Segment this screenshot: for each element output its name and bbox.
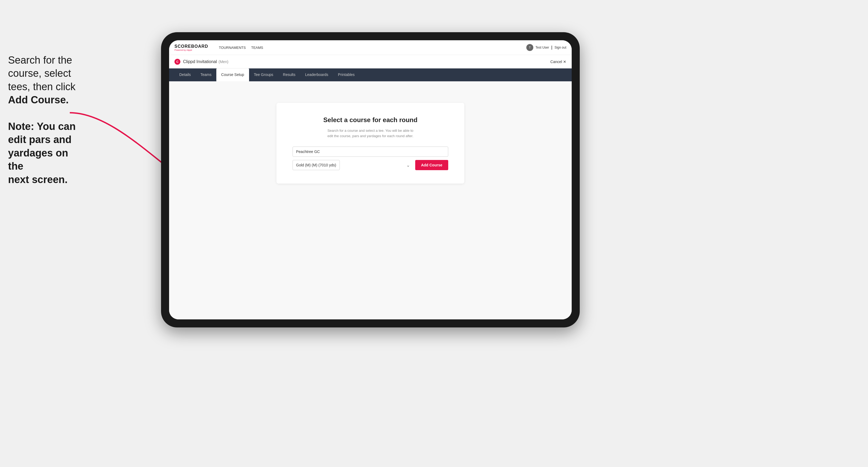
course-search-input[interactable] — [292, 147, 448, 157]
note-line1: Note: You can — [8, 120, 83, 133]
cancel-icon: ✕ — [563, 60, 566, 64]
logo: SCOREBOARD Powered by clippd — [175, 44, 208, 51]
main-content: Select a course for each round Search fo… — [169, 81, 572, 319]
tab-tee-groups[interactable]: Tee Groups — [249, 68, 278, 81]
tab-teams[interactable]: Teams — [196, 68, 216, 81]
tab-course-setup[interactable]: Course Setup — [216, 68, 249, 81]
tournament-gender: (Men) — [218, 60, 228, 64]
tabs-bar: Details Teams Course Setup Tee Groups Re… — [169, 68, 572, 81]
tee-select-wrapper: Gold (M) (M) (7010 yds) — [292, 160, 412, 170]
sign-out-link[interactable]: Sign out — [555, 45, 566, 50]
logo-text: SCOREBOARD — [175, 44, 208, 49]
card-title: Select a course for each round — [323, 116, 417, 124]
instruction-line2: course, select — [8, 67, 83, 80]
tee-select-row: Gold (M) (M) (7010 yds) Add Course — [292, 160, 448, 170]
instruction-line3: tees, then click — [8, 80, 83, 93]
add-course-button[interactable]: Add Course — [415, 160, 448, 170]
nav-tournaments[interactable]: TOURNAMENTS — [219, 45, 246, 50]
tab-leaderboards[interactable]: Leaderboards — [300, 68, 333, 81]
note-line3: yardages on the — [8, 147, 83, 173]
tab-results[interactable]: Results — [278, 68, 300, 81]
logo-sub: Powered by clippd — [175, 49, 208, 51]
tournament-icon-letter: C — [176, 60, 179, 63]
top-navbar: SCOREBOARD Powered by clippd TOURNAMENTS… — [169, 40, 572, 55]
tablet-screen: SCOREBOARD Powered by clippd TOURNAMENTS… — [169, 40, 572, 319]
note-line2: edit pars and — [8, 133, 83, 146]
user-avatar: T — [526, 44, 533, 51]
tablet-device: SCOREBOARD Powered by clippd TOURNAMENTS… — [161, 32, 580, 328]
user-name: Test User — [535, 45, 549, 50]
nav-teams[interactable]: TEAMS — [251, 45, 263, 50]
user-area: T Test User | Sign out — [526, 44, 566, 51]
card-subtitle: Search for a course and select a tee. Yo… — [325, 128, 416, 138]
instruction-line1: Search for the — [8, 54, 83, 67]
note-line4: next screen. — [8, 173, 83, 186]
nav-links: TOURNAMENTS TEAMS — [219, 45, 519, 50]
cancel-label: Cancel — [551, 60, 562, 64]
tournament-header: C Clippd Invitational (Men) Cancel ✕ — [169, 55, 572, 68]
separator: | — [551, 45, 552, 50]
tee-select[interactable]: Gold (M) (M) (7010 yds) — [292, 160, 340, 170]
course-setup-card: Select a course for each round Search fo… — [276, 103, 464, 184]
cancel-button[interactable]: Cancel ✕ — [551, 60, 566, 64]
tab-printables[interactable]: Printables — [333, 68, 360, 81]
instruction-line4: Add Course. — [8, 93, 83, 106]
instruction-panel: Search for the course, select tees, then… — [8, 54, 83, 186]
tournament-icon: C — [175, 59, 180, 65]
tournament-name: Clippd Invitational — [183, 59, 217, 64]
tab-details[interactable]: Details — [175, 68, 196, 81]
